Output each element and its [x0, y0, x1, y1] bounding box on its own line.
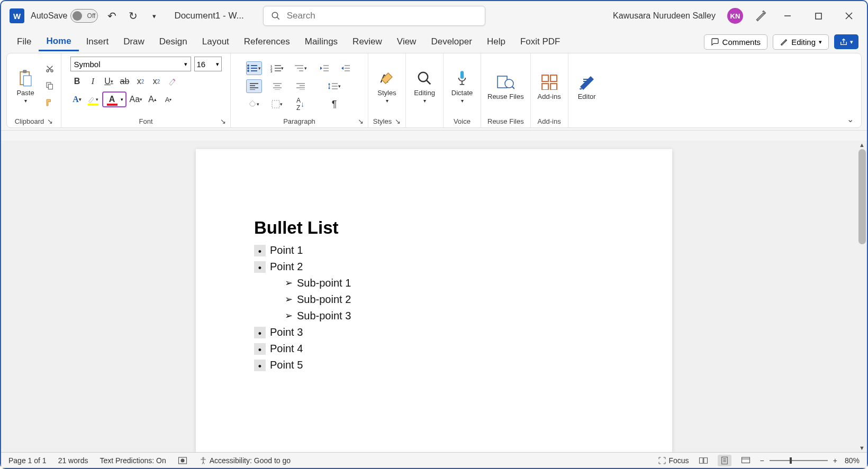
svg-point-69	[181, 459, 184, 462]
search-input[interactable]	[287, 11, 477, 21]
show-marks-button[interactable]: ¶	[316, 97, 353, 111]
tab-view[interactable]: View	[390, 33, 424, 50]
tab-review[interactable]: Review	[345, 33, 390, 50]
redo-button[interactable]: ↻	[125, 8, 140, 23]
font-color-button[interactable]: A ▾	[102, 91, 126, 107]
read-mode-button[interactable]	[697, 455, 710, 466]
zoom-in-button[interactable]: +	[833, 456, 837, 465]
bullets-button[interactable]: ▾	[246, 61, 262, 75]
share-button[interactable]: ▾	[834, 34, 858, 49]
word-count[interactable]: 21 words	[58, 456, 88, 465]
align-left-button[interactable]	[246, 79, 262, 93]
tab-design[interactable]: Design	[152, 33, 195, 50]
page-status[interactable]: Page 1 of 1	[8, 456, 47, 465]
close-button[interactable]	[839, 6, 858, 25]
bold-button[interactable]: B	[70, 75, 84, 88]
vertical-scrollbar[interactable]	[858, 149, 866, 244]
comments-button[interactable]: Comments	[704, 34, 768, 50]
tab-foxit[interactable]: Foxit PDF	[513, 33, 568, 50]
text-effects-button[interactable]: A ▾	[70, 93, 84, 106]
horizontal-ruler[interactable]	[1, 130, 867, 141]
styles-dialog-launcher[interactable]: ↘	[395, 117, 401, 125]
zoom-thumb[interactable]	[790, 457, 792, 464]
underline-button[interactable]: U ▾	[102, 75, 116, 88]
align-center-button[interactable]	[269, 79, 285, 93]
tab-references[interactable]: References	[237, 33, 297, 50]
document-page[interactable]: Bullet List •Point 1 •Point 2 ➢Sub-point…	[196, 149, 672, 452]
grow-font-button[interactable]: A▴	[146, 93, 159, 106]
subscript-button[interactable]: x2	[134, 75, 148, 88]
tab-mailings[interactable]: Mailings	[297, 33, 345, 50]
highlight-button[interactable]: ▾	[86, 93, 100, 106]
font-size-combo[interactable]: 16▾	[194, 57, 222, 71]
svg-rect-75	[742, 457, 749, 463]
sort-button[interactable]: AZ↓	[293, 97, 309, 111]
italic-button[interactable]: I	[86, 75, 100, 88]
tab-draw[interactable]: Draw	[116, 33, 152, 50]
tab-home[interactable]: Home	[39, 33, 78, 51]
strikethrough-button[interactable]: ab	[118, 75, 132, 88]
change-case-button[interactable]: Aa ▾	[129, 93, 144, 106]
cut-button[interactable]	[43, 62, 57, 76]
font-name-combo[interactable]: Symbol▾	[70, 57, 191, 71]
chevron-down-icon: ▾	[819, 39, 822, 45]
collapse-ribbon-button[interactable]: ⌄	[847, 114, 854, 124]
editing-mode-button[interactable]: Editing ▾	[773, 34, 829, 50]
reuse-files-button[interactable]: Reuse Files	[485, 71, 526, 102]
clipboard-dialog-launcher[interactable]: ↘	[47, 117, 53, 125]
align-right-button[interactable]	[293, 79, 309, 93]
autosave-toggle[interactable]: AutoSave Off	[31, 9, 98, 23]
numbering-button[interactable]: 123▾	[269, 61, 285, 75]
minimize-button[interactable]	[778, 6, 797, 25]
text-predictions-status[interactable]: Text Predictions: On	[100, 456, 166, 465]
undo-button[interactable]: ↶	[104, 8, 119, 23]
editor-button[interactable]: Editor	[573, 71, 601, 102]
qat-customize-button[interactable]: ▾	[147, 8, 161, 23]
tab-developer[interactable]: Developer	[423, 33, 480, 50]
zoom-track[interactable]	[770, 460, 828, 461]
svg-point-0	[272, 12, 278, 18]
zoom-slider[interactable]: − +	[760, 456, 837, 465]
borders-button[interactable]: ▾	[269, 97, 285, 111]
editing-button[interactable]: Editing▾	[410, 68, 439, 105]
search-box[interactable]	[263, 6, 485, 26]
multilevel-list-button[interactable]: ▾	[293, 61, 309, 75]
maximize-button[interactable]	[809, 6, 828, 25]
decrease-indent-button[interactable]	[316, 61, 332, 75]
font-dialog-launcher[interactable]: ↘	[220, 117, 226, 125]
zoom-level[interactable]: 80%	[845, 456, 860, 465]
format-painter-button[interactable]	[43, 96, 57, 109]
scroll-down-button[interactable]: ▼	[859, 445, 865, 451]
tab-file[interactable]: File	[10, 33, 39, 50]
macro-icon[interactable]	[178, 456, 187, 465]
styles-button[interactable]: A Styles▾	[373, 68, 401, 105]
svg-point-15	[247, 65, 249, 67]
dictate-button[interactable]: Dictate▾	[448, 68, 476, 105]
print-layout-button[interactable]	[718, 455, 731, 466]
group-styles: A Styles▾ Styles ↘	[368, 53, 406, 127]
coming-soon-icon[interactable]	[755, 10, 766, 22]
line-spacing-button[interactable]: ▾	[316, 79, 353, 93]
svg-point-19	[247, 70, 249, 72]
addins-button[interactable]: Add-ins	[535, 71, 564, 102]
tab-insert[interactable]: Insert	[79, 33, 116, 50]
autosave-switch[interactable]: Off	[70, 9, 98, 23]
tab-layout[interactable]: Layout	[195, 33, 237, 50]
copy-button[interactable]	[43, 79, 57, 93]
paragraph-dialog-launcher[interactable]: ↘	[358, 117, 364, 125]
focus-mode-button[interactable]: Focus	[658, 456, 689, 465]
zoom-out-button[interactable]: −	[760, 456, 764, 465]
clear-formatting-button[interactable]	[166, 75, 179, 88]
shrink-font-button[interactable]: A▾	[161, 93, 175, 106]
increase-indent-button[interactable]	[337, 61, 353, 75]
superscript-button[interactable]: x2	[150, 75, 164, 88]
paste-button[interactable]: Paste ▾	[11, 68, 40, 105]
tab-help[interactable]: Help	[480, 33, 513, 50]
vertical-ruler[interactable]	[3, 141, 14, 452]
shading-button[interactable]: ▾	[246, 97, 262, 111]
share-icon	[839, 38, 848, 46]
avatar[interactable]: KN	[727, 8, 743, 24]
accessibility-status[interactable]: Accessibility: Good to go	[199, 456, 291, 465]
scroll-up-button[interactable]: ▲	[859, 142, 865, 148]
web-layout-button[interactable]	[739, 455, 753, 466]
